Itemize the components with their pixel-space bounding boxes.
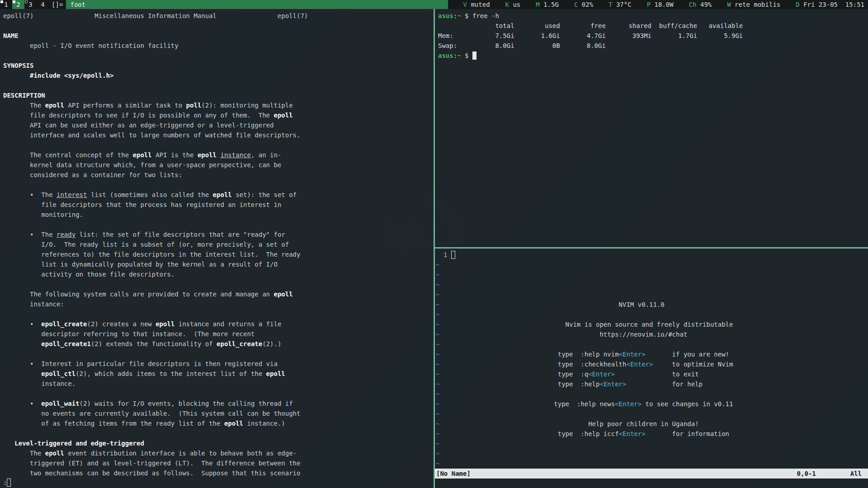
text-row: asus:~ $ [438, 51, 868, 61]
text-row [3, 21, 434, 31]
nvim-statusline: [No Name] 0,0-1 All [435, 469, 868, 479]
text-row: 1 [436, 250, 868, 260]
nvim-window[interactable]: 1 ~~~~~ NVIM v0.11.0~~ Nvim is open sour… [435, 249, 868, 488]
text-row: interface and scales well to large numbe… [3, 130, 434, 140]
text-row: • The ready list: the set of file descri… [3, 230, 434, 239]
nvim-ruler: 0,0-1 [797, 469, 816, 479]
text-row: activity on those file descriptors. [3, 269, 434, 279]
window-border-horizontal [435, 247, 868, 249]
workspace-tags: 1234 [0, 0, 49, 9]
text-row: ~ Nvim is open source and freely distrib… [436, 319, 868, 329]
text-row: • epoll_wait(2) waits for I/O events, bl… [3, 399, 434, 408]
text-row: Level-triggered and edge-triggered [3, 438, 434, 448]
text-row: epoll - I/O event notification facility [3, 41, 434, 51]
terminal-output: asus:~ $ free -h total used free shared … [435, 9, 868, 61]
status-item-P: P 18.0W [647, 0, 674, 9]
text-row: two mechanisms can be described as follo… [3, 468, 434, 478]
tag-client-indicator [0, 0, 3, 3]
man-page-content: epoll(7) Miscellaneous Information Manua… [0, 9, 434, 478]
text-row: monitoring. [3, 210, 434, 220]
text-row: Mem: 7.5Gi 1.6Gi 4.7Gi 393Mi 1.7Gi 5.9Gi [438, 31, 868, 41]
text-row: epoll_ctl(2), which adds items to the in… [3, 369, 434, 379]
text-row: ~ type :help<Enter> for help [436, 379, 868, 389]
text-row: ~ type :help iccf<Enter> for information [436, 429, 868, 439]
text-row: instance. [3, 379, 434, 389]
active-cursor [472, 52, 476, 60]
text-row: The following system calls are provided … [3, 289, 434, 299]
workspace-tag-2[interactable]: 2 [12, 0, 24, 9]
nvim-buffer: 1 ~~~~~ NVIM v0.11.0~~ Nvim is open sour… [435, 249, 868, 469]
text-row: descriptor referring to that instance. (… [3, 329, 434, 339]
desktop: VOID 1234 []= foot V mutedK usM 1.5GC 02… [0, 0, 868, 488]
text-row: no events are currently available. (This… [3, 408, 434, 418]
text-row [3, 349, 434, 359]
text-row: ~ https://neovim.io/#chat [436, 329, 868, 339]
text-row: kernel data structure which, from a user… [3, 160, 434, 170]
text-row: I/O. The ready list is a subset of (or, … [3, 239, 434, 249]
text-row: epoll(7) Miscellaneous Information Manua… [3, 11, 434, 21]
nvim-scroll-indicator: All [850, 469, 862, 479]
text-row: ~ Help poor children in Uganda! [436, 419, 868, 429]
window-border-vertical [434, 9, 435, 488]
text-row: The central concept of the epoll API is … [3, 150, 434, 160]
text-row: ~ [436, 339, 868, 349]
status-item-D: D Fri 23-05 15:51 [796, 0, 864, 9]
pager-prompt[interactable]: : [3, 478, 11, 488]
text-row: file descriptors to see if I/O is possib… [3, 110, 434, 120]
status-item-C: C 02% [574, 0, 593, 9]
workspace-tag-4[interactable]: 4 [37, 0, 49, 9]
text-row [3, 140, 434, 150]
status-item-K: K us [505, 0, 521, 9]
text-row: references to) the file descriptors in t… [3, 249, 434, 259]
text-row: DESCRIPTION [3, 90, 434, 100]
system-status-text: V mutedK usM 1.5GC 02%T 37°CP 18.0WCh 49… [448, 0, 868, 9]
text-row: triggered (ET) and as level-triggered (L… [3, 458, 434, 468]
text-row: ~ [436, 449, 868, 459]
tag-client-indicator [25, 0, 28, 3]
text-row: ~ [436, 290, 868, 300]
text-row: list is dynamically populated by the ker… [3, 259, 434, 269]
layout-indicator[interactable]: []= [49, 0, 66, 9]
text-row: The epoll event distribution interface i… [3, 448, 434, 458]
text-row: SYNOPSIS [3, 61, 434, 70]
text-row: instance: [3, 299, 434, 309]
man-page-window[interactable]: epoll(7) Miscellaneous Information Manua… [0, 9, 434, 488]
status-item-M: M 1.5G [536, 0, 559, 9]
status-item-Ch: Ch 49% [689, 0, 712, 9]
text-row: • epoll_create(2) creates a new epoll in… [3, 319, 434, 329]
tag-client-indicator [13, 0, 15, 3]
text-row [3, 389, 434, 399]
text-row: considered as a container for two lists: [3, 170, 434, 180]
text-row: NAME [3, 31, 434, 41]
text-row [3, 220, 434, 230]
text-row: ~ type :help nvim<Enter> if you are new! [436, 349, 868, 359]
text-row [3, 51, 434, 61]
text-row: ~ [436, 439, 868, 449]
window-title: foot [66, 0, 448, 9]
text-row: ~ [436, 280, 868, 290]
text-row: ~ type :help news<Enter> to see changes … [436, 399, 868, 409]
workspace-tag-1[interactable]: 1 [0, 0, 12, 9]
text-row: ~ type :checkhealth<Enter> to optimize N… [436, 359, 868, 369]
text-row: #include <sys/epoll.h> [3, 70, 434, 80]
nvim-filename: [No Name] [436, 469, 471, 479]
workspace-tag-3[interactable]: 3 [24, 0, 37, 9]
text-row: • The interest list (sometimes also call… [3, 190, 434, 200]
text-row: ~ [436, 459, 868, 469]
text-row [3, 180, 434, 190]
text-row: Swap: 8.0Gi 0B 8.0Gi [438, 41, 868, 51]
text-row: API can be used either as an edge-trigge… [3, 120, 434, 130]
terminal-window[interactable]: asus:~ $ free -h total used free shared … [435, 9, 868, 247]
status-item-T: T 37°C [609, 0, 632, 9]
text-row: ~ [436, 310, 868, 319]
text-row: file descriptors that the process has re… [3, 200, 434, 210]
pager-colon: : [3, 479, 7, 486]
text-row [3, 80, 434, 90]
text-row: ~ [436, 260, 868, 270]
text-row: ~ type :q<Enter> to exit [436, 369, 868, 379]
text-row [3, 279, 434, 289]
text-row: ~ [436, 270, 868, 280]
nvim-cmdline [435, 479, 868, 488]
text-row: asus:~ $ free -h [438, 11, 868, 21]
text-row: • Interest in particular file descriptor… [3, 359, 434, 369]
